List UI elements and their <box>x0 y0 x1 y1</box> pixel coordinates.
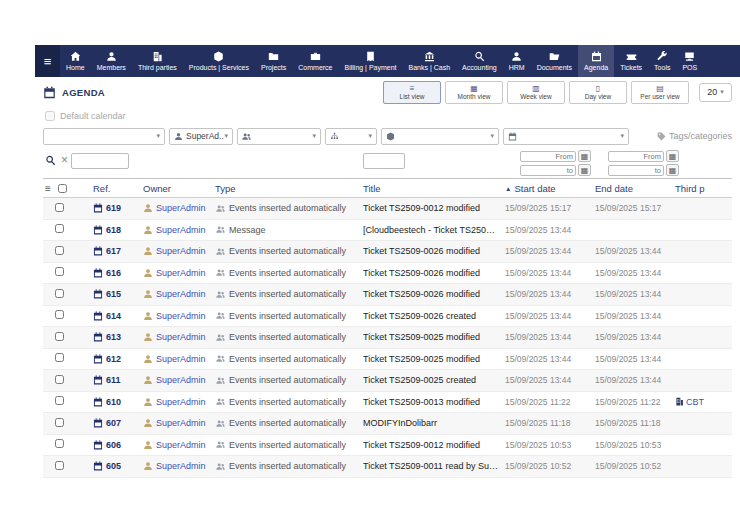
nav-item-accounting[interactable]: Accounting <box>456 45 503 77</box>
datepicker-calendar-icon[interactable]: ▦ <box>578 150 591 162</box>
row-checkbox[interactable] <box>55 396 64 405</box>
event-owner-link[interactable]: SuperAdmin <box>156 375 206 385</box>
nav-item-hrm[interactable]: HRM <box>503 45 531 77</box>
page-size-select[interactable]: 20 ▾ <box>699 83 732 102</box>
row-checkbox[interactable] <box>55 203 64 212</box>
nav-item-tools[interactable]: Tools <box>648 45 676 77</box>
event-owner-link[interactable]: SuperAdmin <box>156 440 206 450</box>
event-ref-link[interactable]: 619 <box>106 203 121 213</box>
event-ref[interactable]: 610 <box>93 397 143 407</box>
filter-select-event-type[interactable]: ▾ <box>503 128 629 145</box>
event-owner-link[interactable]: SuperAdmin <box>156 332 206 342</box>
nav-item-commerce[interactable]: Commerce <box>292 45 338 77</box>
thirdparty-link[interactable]: CBT <box>686 397 704 407</box>
nav-item-projects[interactable]: Projects <box>255 45 292 77</box>
select-all-checkbox[interactable] <box>58 184 67 193</box>
nav-item-third-parties[interactable]: Third parties <box>132 45 183 77</box>
event-title[interactable]: Ticket TS2509-0025 modified <box>363 354 505 364</box>
row-checkbox[interactable] <box>55 353 64 362</box>
column-header-title[interactable]: Title <box>363 183 505 194</box>
row-checkbox[interactable] <box>55 246 64 255</box>
event-ref-link[interactable]: 618 <box>106 225 121 235</box>
event-ref[interactable]: 615 <box>93 289 143 299</box>
event-ref-link[interactable]: 606 <box>106 440 121 450</box>
event-title[interactable]: Ticket TS2509-0012 modified <box>363 203 505 213</box>
view-button-month-view[interactable]: ▦Month view <box>445 81 503 104</box>
event-ref[interactable]: 617 <box>93 246 143 256</box>
row-checkbox[interactable] <box>55 289 64 298</box>
view-button-week-view[interactable]: ▥Week view <box>507 81 565 104</box>
nav-item-members[interactable]: Members <box>91 45 132 77</box>
event-ref[interactable]: 606 <box>93 440 143 450</box>
view-button-list-view[interactable]: ≡List view <box>383 81 441 104</box>
column-header-start-date[interactable]: ▲Start date <box>505 183 595 194</box>
column-header-third-p[interactable]: Third p <box>675 183 732 194</box>
datepicker-calendar-icon[interactable]: ▦ <box>666 150 679 162</box>
view-button-day-view[interactable]: ▯Day view <box>569 81 627 104</box>
event-ref-link[interactable]: 611 <box>106 375 121 385</box>
clear-search-icon[interactable]: × <box>61 153 68 167</box>
event-ref[interactable]: 618 <box>93 225 143 235</box>
search-icon[interactable] <box>45 155 56 166</box>
event-title[interactable]: MODIFYInDolibarr <box>363 418 505 428</box>
event-ref[interactable]: 612 <box>93 354 143 364</box>
end-date-from-input[interactable] <box>608 151 664 162</box>
event-ref-link[interactable]: 612 <box>106 354 121 364</box>
event-ref[interactable]: 607 <box>93 418 143 428</box>
nav-item-pos[interactable]: POS <box>676 45 703 77</box>
column-header-end-date[interactable]: End date <box>595 183 675 194</box>
end-date-to-input[interactable] <box>608 165 664 176</box>
event-ref[interactable]: 611 <box>93 375 143 385</box>
filter-select-user-hierarchy[interactable]: ▾ <box>325 128 377 145</box>
datepicker-calendar-icon[interactable]: ▦ <box>578 164 591 176</box>
event-owner-link[interactable]: SuperAdmin <box>156 461 206 471</box>
title-search-input[interactable] <box>363 153 405 169</box>
column-header-type[interactable]: Type <box>215 183 363 194</box>
column-header-owner[interactable]: Owner <box>143 183 215 194</box>
nav-item-banks-cash[interactable]: Banks | Cash <box>403 45 457 77</box>
tags-filter[interactable]: Tags/categories <box>657 131 732 141</box>
row-checkbox[interactable] <box>55 439 64 448</box>
event-thirdparty[interactable]: CBT <box>675 397 732 407</box>
row-checkbox[interactable] <box>55 461 64 470</box>
event-title[interactable]: Ticket TS2509-0013 modified <box>363 397 505 407</box>
event-ref[interactable]: 616 <box>93 268 143 278</box>
nav-item-billing-payment[interactable]: Billing | Payment <box>339 45 403 77</box>
ref-search-input[interactable] <box>71 153 129 169</box>
start-date-to-input[interactable] <box>520 165 576 176</box>
row-checkbox[interactable] <box>55 310 64 319</box>
nav-item-tickets[interactable]: Tickets <box>614 45 648 77</box>
column-header-ref[interactable]: Ref. <box>93 183 143 194</box>
nav-item-documents[interactable]: Documents <box>531 45 578 77</box>
view-button-per-user-view[interactable]: ▤Per user view <box>631 81 689 104</box>
filter-select-assigned-to[interactable]: ▾ <box>237 128 321 145</box>
event-ref[interactable]: 613 <box>93 332 143 342</box>
nav-item-products-services[interactable]: Products | Services <box>183 45 255 77</box>
list-fields-icon[interactable]: ≡ <box>45 183 51 194</box>
row-checkbox[interactable] <box>55 267 64 276</box>
event-ref-link[interactable]: 607 <box>106 418 121 428</box>
event-title[interactable]: Ticket TS2509-0026 created <box>363 311 505 321</box>
row-checkbox[interactable] <box>55 375 64 384</box>
event-owner-link[interactable]: SuperAdmin <box>156 268 206 278</box>
event-owner-link[interactable]: SuperAdmin <box>156 418 206 428</box>
filter-select-element-type[interactable]: ▾ <box>381 128 499 145</box>
event-title[interactable]: Ticket TS2509-0026 modified <box>363 289 505 299</box>
datepicker-calendar-icon[interactable]: ▦ <box>666 164 679 176</box>
filter-select-owner[interactable]: SuperAd...▾ <box>169 128 233 145</box>
event-ref-link[interactable]: 613 <box>106 332 121 342</box>
event-owner-link[interactable]: SuperAdmin <box>156 225 206 235</box>
event-title[interactable]: Ticket TS2509-0026 modified <box>363 268 505 278</box>
event-title[interactable]: Ticket TS2509-0026 modified <box>363 246 505 256</box>
event-owner-link[interactable]: SuperAdmin <box>156 311 206 321</box>
nav-item-home[interactable]: Home <box>60 45 91 77</box>
filter-select-calendar-type[interactable]: ▾ <box>43 128 165 145</box>
event-ref-link[interactable]: 605 <box>106 461 121 471</box>
event-ref[interactable]: 605 <box>93 461 143 471</box>
nav-item-agenda[interactable]: Agenda <box>578 45 614 77</box>
event-owner-link[interactable]: SuperAdmin <box>156 354 206 364</box>
event-owner-link[interactable]: SuperAdmin <box>156 203 206 213</box>
hamburger-menu-icon[interactable]: ≡ <box>35 45 60 77</box>
event-ref[interactable]: 619 <box>93 203 143 213</box>
row-checkbox[interactable] <box>55 418 64 427</box>
